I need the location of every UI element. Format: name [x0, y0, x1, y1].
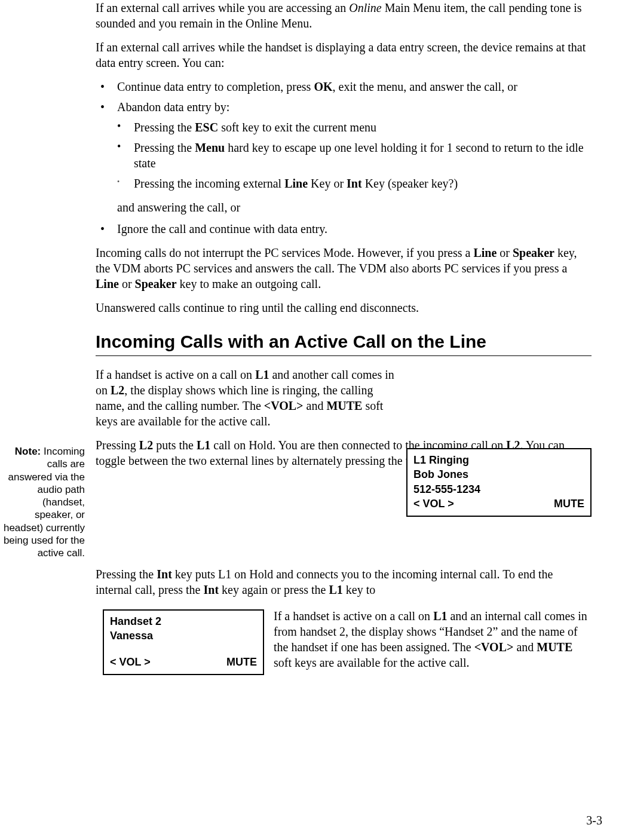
text: key to	[343, 583, 375, 596]
bold: MUTE	[326, 399, 362, 412]
text: puts the	[153, 439, 197, 452]
display-line: Vanessa	[110, 629, 257, 643]
section-heading: Incoming Calls with an Active Call on th…	[96, 330, 592, 353]
paragraph: If an external call arrives while the ha…	[96, 39, 592, 70]
text: Pressing the	[134, 141, 195, 154]
text: Pressing the	[96, 568, 157, 581]
bold: <VOL>	[474, 640, 514, 654]
text: or	[497, 246, 513, 259]
bold: OK	[314, 80, 332, 93]
list-item: Pressing the Menu hard key to escape up …	[117, 140, 592, 171]
text: If a handset is active on a call on	[96, 368, 255, 381]
display-line: Handset 2	[110, 614, 257, 629]
paragraph: If a handset is active on a call on L1 a…	[96, 367, 394, 429]
list-item: Abandon data entry by: Pressing the ESC …	[100, 99, 592, 215]
bold: L1	[433, 609, 447, 623]
note-label: Note:	[15, 446, 41, 457]
bold: Speaker	[135, 277, 177, 290]
bold: Line	[473, 246, 497, 259]
bold: MUTE	[537, 640, 572, 654]
bold: Line	[96, 277, 119, 290]
display-box-internal: Handset 2 Vanessa < VOL > MUTE	[103, 609, 264, 675]
text: key to make an outgoing call.	[177, 277, 321, 290]
display-box-external: L1 Ringing Bob Jones 512-555-1234 < VOL …	[406, 448, 592, 517]
page-number: 3-3	[586, 813, 602, 828]
text: key again or press the	[219, 583, 329, 596]
softkey-mute: MUTE	[226, 655, 257, 669]
text: Incoming calls do not interrupt the PC s…	[96, 246, 473, 259]
bullet-list: Pressing the ESC soft key to exit the cu…	[117, 119, 592, 191]
text: If a handset is active on a call on	[274, 609, 433, 623]
divider	[96, 355, 592, 356]
note-text: Incoming calls are answered via the audi…	[4, 446, 85, 559]
bullet-list: Continue data entry to completion, press…	[100, 79, 592, 237]
bold: ESC	[195, 121, 218, 134]
bold: <VOL>	[264, 399, 304, 412]
text: Abandon data entry by:	[117, 100, 229, 114]
text: Key or	[308, 177, 347, 190]
text: soft key to exit the current menu	[218, 121, 376, 134]
text: and	[304, 399, 327, 412]
text: and answering the call, or	[117, 200, 592, 215]
list-item: Ignore the call and continue with data e…	[100, 221, 592, 237]
display-line: Bob Jones	[413, 467, 584, 482]
softkey-vol: < VOL >	[110, 655, 151, 669]
bold: Speaker	[513, 246, 554, 259]
list-item: Pressing the ESC soft key to exit the cu…	[117, 119, 592, 135]
softkey-mute: MUTE	[554, 496, 584, 511]
italic: Online	[349, 1, 381, 14]
bold: L1	[329, 583, 342, 596]
text: Pressing	[96, 439, 139, 452]
bold: L1	[255, 368, 269, 381]
text: Key (speaker key?)	[362, 177, 458, 190]
list-item: Pressing the incoming external Line Key …	[117, 176, 592, 191]
paragraph: Incoming calls do not interrupt the PC s…	[96, 245, 592, 292]
list-item: Continue data entry to completion, press…	[100, 79, 592, 94]
text: or	[119, 277, 135, 290]
bold: Int	[347, 177, 362, 190]
display-line: L1 Ringing	[413, 453, 584, 467]
paragraph: If an external call arrives while you ar…	[96, 0, 592, 31]
bold: Menu	[195, 141, 225, 154]
bold: Int	[157, 568, 172, 581]
softkey-vol: < VOL >	[413, 496, 454, 511]
bold: Line	[284, 177, 308, 190]
paragraph: If a handset is active on a call on L1 a…	[274, 608, 592, 670]
paragraph: Pressing the Int key puts L1 on Hold and…	[96, 566, 592, 597]
margin-note: Note: Incoming calls are answered via th…	[2, 445, 85, 559]
display-line: 512-555-1234	[413, 482, 584, 496]
bold: L2	[139, 439, 153, 452]
bold: L2	[111, 384, 124, 397]
text: and	[513, 640, 537, 654]
text: , exit the menu, and answer the call, or	[333, 80, 517, 93]
bold: Int	[204, 583, 219, 596]
text: Pressing the	[134, 121, 195, 134]
text: soft keys are available for the active c…	[274, 656, 470, 669]
text: If an external call arrives while you ar…	[96, 1, 349, 14]
paragraph: Unanswered calls continue to ring until …	[96, 300, 592, 315]
text: Pressing the incoming external	[134, 177, 284, 190]
text: Continue data entry to completion, press	[117, 80, 314, 93]
bold: L1	[197, 439, 210, 452]
